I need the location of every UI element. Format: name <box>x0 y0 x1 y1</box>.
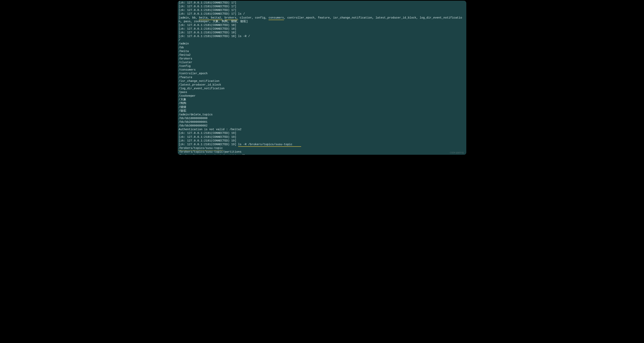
highlighted-znode-consumers: consumers <box>268 16 284 20</box>
terminal-line: [zk: 127.0.0.1:2181(CONNECTED) 19] <box>179 135 465 139</box>
terminal-line: /beita <box>179 49 465 53</box>
terminal-line: /猩猩 <box>179 105 465 109</box>
terminal-line: [zk: 127.0.0.1:2181(CONNECTED) 18] <box>179 23 465 27</box>
terminal-line: Authentication is not valid : /beita2 <box>179 128 465 131</box>
terminal-line: /brokers <box>179 57 465 61</box>
terminal-line: /骆驼 <box>179 109 465 113</box>
highlighted-znode-brokers: brokers, <box>224 16 238 20</box>
highlighted-znode-beita: beita, beita2, <box>199 16 223 20</box>
watermark: CSDN @烁宇流 <box>450 151 464 154</box>
terminal-line: [admin, bb, beita, beita2, brokers, clus… <box>179 16 465 23</box>
terminal-line: /大象 <box>179 98 465 101</box>
terminal-line: /bb/bb30000000002 <box>179 124 465 128</box>
terminal-line: /cluster <box>179 61 465 64</box>
terminal-line: /log_dir_event_notification <box>179 87 465 90</box>
terminal-line: /brokers/topics/susu-topic/partitions/0 <box>179 154 465 155</box>
terminal-line: /beita2 <box>179 53 465 57</box>
terminal-line: /brokers/topics/susu-topic <box>179 146 465 150</box>
terminal-line: /isr_change_notification <box>179 79 465 83</box>
terminal-line: [zk: 127.0.0.1:2181(CONNECTED) 17] <box>179 8 465 12</box>
terminal-line: [zk: 127.0.0.1:2181(CONNECTED) 18] ls -R… <box>179 34 465 38</box>
terminal-line: /brokers/topics/susu-topic/partitions <box>179 150 465 154</box>
terminal-line: [zk: 127.0.0.1:2181(CONNECTED) 18] <box>179 27 465 31</box>
terminal-line: /admin <box>179 42 465 46</box>
highlighted-path: /brokers/topics/susu-topic <box>179 146 223 150</box>
terminal-line: [zk: 127.0.0.1:2181(CONNECTED) 17] <box>179 5 465 8</box>
terminal-line: /bb/bb20000000001 <box>179 120 465 124</box>
terminal-line: /bb <box>179 46 465 49</box>
terminal-line: /bb/bb10000000000 <box>179 117 465 120</box>
terminal-line: /feature <box>179 76 465 79</box>
terminal-line: [zk: 127.0.0.1:2181(CONNECTED) 19] ls -R… <box>179 143 465 146</box>
terminal-line: [zk: 127.0.0.1:2181(CONNECTED) 17] ls / <box>179 12 465 16</box>
terminal-line: / <box>179 38 465 42</box>
terminal-line: [zk: 127.0.0.1:2181(CONNECTED) 19] <box>179 131 465 135</box>
terminal-line: /admin/delete_topics <box>179 113 465 117</box>
terminal-line: /latest_producer_id_block <box>179 83 465 87</box>
terminal-line: /zookeeper <box>179 94 465 98</box>
terminal-window[interactable]: [zk: 127.0.0.1:2181(CONNECTED) 17][zk: 1… <box>178 1 466 155</box>
terminal-line: [zk: 127.0.0.1:2181(CONNECTED) 19] <box>179 139 465 143</box>
terminal-line: /config <box>179 64 465 68</box>
terminal-line: /controller_epoch <box>179 72 465 75</box>
terminal-line: [zk: 127.0.0.1:2181(CONNECTED) 18] <box>179 31 465 34</box>
highlighted-command-ls-r: ls -R /brokers/topics/susu-topic <box>238 143 292 146</box>
terminal-line: /狗狗 <box>179 101 465 105</box>
terminal-line: /pass <box>179 90 465 94</box>
terminal-output: [zk: 127.0.0.1:2181(CONNECTED) 17][zk: 1… <box>179 1 465 155</box>
terminal-line: /consumers <box>179 68 465 72</box>
terminal-line: [zk: 127.0.0.1:2181(CONNECTED) 17] <box>179 1 465 5</box>
